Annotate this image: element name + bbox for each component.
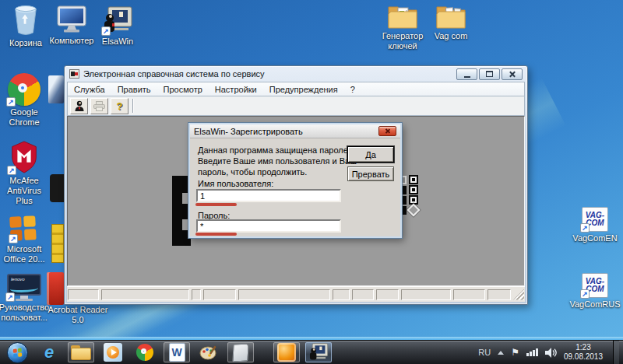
vagcom-icon: VAG- COM ↗ xyxy=(582,207,608,232)
status-segment xyxy=(453,289,486,300)
desktop-icon-elsawin[interactable]: ↗ ElsaWin xyxy=(93,6,143,47)
status-bar xyxy=(67,286,525,302)
print-button[interactable] xyxy=(90,98,108,114)
desktop: Корзина Компьютер xyxy=(0,0,623,364)
window-icon xyxy=(69,69,79,79)
minimize-icon xyxy=(464,76,470,78)
desktop-icon-chrome[interactable]: ↗ Google Chrome xyxy=(0,73,48,128)
cancel-button[interactable]: Прервать xyxy=(347,166,394,181)
media-player-icon xyxy=(104,343,122,362)
elsawin-icon: ↗ xyxy=(103,6,132,35)
acrobat-icon-fragment xyxy=(47,272,64,305)
status-segment xyxy=(401,289,451,300)
window-titlebar[interactable]: Электронная справочная система по сервис… xyxy=(67,66,525,82)
menu-item-warnings[interactable]: Предупреждения xyxy=(263,85,344,94)
close-icon xyxy=(385,128,390,134)
desktop-icon-label: Vag com xyxy=(435,31,468,41)
dialog-message: Данная программа защищена паролем. xyxy=(198,145,356,156)
resize-grip[interactable] xyxy=(513,289,524,300)
desktop-icon-label: ElsaWin xyxy=(102,37,133,47)
taskbar-item-explorer[interactable] xyxy=(68,342,94,362)
computer-icon xyxy=(55,5,88,34)
status-segment xyxy=(238,289,329,300)
recycle-bin-icon xyxy=(12,4,39,37)
yes-button[interactable]: Да xyxy=(347,146,394,163)
desktop-icon-vagcom-en[interactable]: VAG- COM ↗ VagComEN xyxy=(569,207,621,243)
menu-item-service[interactable]: Служба xyxy=(68,85,111,94)
desktop-icon-acrobat[interactable]: Acrobat Reader 5.0 xyxy=(45,305,111,325)
status-segment xyxy=(203,289,237,300)
menu-item-settings[interactable]: Настройки xyxy=(209,85,263,94)
status-segment xyxy=(487,289,511,300)
folder-icon xyxy=(435,3,466,30)
clock-date: 09.08.2013 xyxy=(564,352,603,362)
logo-square xyxy=(409,185,418,194)
username-label: Имя пользователя: xyxy=(198,179,273,188)
desktop-icon-label: Компьютер xyxy=(50,36,94,46)
taskbar-item-chrome[interactable] xyxy=(132,342,158,362)
password-input[interactable] xyxy=(196,219,341,233)
paint-icon xyxy=(199,344,218,361)
menu-item-help[interactable]: ? xyxy=(344,85,361,94)
toolbar: ? xyxy=(67,96,525,116)
menu-item-view[interactable]: Просмотр xyxy=(157,85,209,94)
shortcut-arrow-icon: ↗ xyxy=(101,26,111,36)
logon-button[interactable] xyxy=(70,98,88,114)
explorer-folder-icon xyxy=(71,345,91,360)
clock[interactable]: 1:23 09.08.2013 xyxy=(564,343,603,362)
desktop-icon-computer[interactable]: Компьютер xyxy=(44,5,100,46)
desktop-icon-keygen-folder[interactable]: Генератор ключей xyxy=(375,3,430,51)
desktop-icon-lenovo-guide[interactable]: lenovo ↗ Руководство пользоват... xyxy=(0,274,48,323)
elsawin-icon xyxy=(308,343,329,362)
start-orb-icon xyxy=(7,342,28,363)
maximize-icon xyxy=(486,71,493,77)
username-input[interactable] xyxy=(196,189,341,202)
start-button[interactable] xyxy=(4,342,30,362)
desktop-icon-label: VagComRUS xyxy=(569,299,620,310)
taskbar-item-installer[interactable] xyxy=(273,342,300,362)
shortcut-arrow-icon: ↗ xyxy=(5,292,15,302)
taskbar-item-ie[interactable]: e xyxy=(36,342,62,362)
help-icon: ? xyxy=(117,100,123,112)
action-center-flag-icon[interactable]: ⚑ xyxy=(511,347,519,358)
desktop-icon-label: McAfee AntiVirus Plus xyxy=(0,176,48,206)
hidden-desktop-icon-fragment xyxy=(50,174,64,202)
help-button[interactable]: ? xyxy=(111,98,128,114)
maximize-button[interactable] xyxy=(479,68,500,80)
clock-time: 1:23 xyxy=(564,343,603,352)
desktop-icon-label: Генератор ключей xyxy=(375,31,430,51)
vagcom-icon: VAG- COM ↗ xyxy=(582,273,608,298)
toolbar-separator xyxy=(132,99,134,113)
word-icon: W xyxy=(169,343,185,362)
show-desktop-button[interactable] xyxy=(613,341,619,364)
taskbar-item-paint[interactable] xyxy=(195,342,222,362)
taskbar-item-wmp[interactable] xyxy=(100,342,126,362)
shortcut-arrow-icon: ↗ xyxy=(9,234,18,243)
menu-item-edit[interactable]: Править xyxy=(111,85,157,94)
shortcut-arrow-icon: ↗ xyxy=(580,289,590,299)
status-segment xyxy=(333,289,350,300)
language-indicator[interactable]: RU xyxy=(478,348,491,357)
network-icon[interactable] xyxy=(526,348,538,356)
office-icon: ↗ xyxy=(10,216,38,243)
desktop-icon-mcafee[interactable]: ↗ McAfee AntiVirus Plus xyxy=(0,140,48,206)
status-segment xyxy=(101,289,189,300)
desktop-icon-office[interactable]: ↗ Microsoft Office 20... xyxy=(0,216,48,264)
logon-person-icon xyxy=(74,100,85,112)
desktop-icon-vagcom-folder[interactable]: Vag com xyxy=(426,3,476,41)
chrome-icon: ↗ xyxy=(8,73,40,106)
dialog-titlebar[interactable]: ElsaWin- Зарегистрировать xyxy=(190,124,400,138)
minimize-button[interactable] xyxy=(456,68,477,80)
desktop-icon-label: Google Chrome xyxy=(0,107,48,128)
taskbar-item-notepad[interactable] xyxy=(227,342,254,362)
desktop-icon-label: Корзина xyxy=(9,38,42,48)
volume-icon[interactable] xyxy=(545,348,557,358)
desktop-icon-label: Acrobat Reader 5.0 xyxy=(45,305,111,325)
dialog-close-button[interactable] xyxy=(378,126,396,136)
taskbar: e W xyxy=(0,340,623,364)
desktop-icon-vagcom-rus[interactable]: VAG- COM ↗ VagComRUS xyxy=(569,273,621,310)
taskbar-item-word[interactable]: W xyxy=(164,342,190,362)
tray-expand-arrow-icon[interactable] xyxy=(498,351,504,355)
close-button[interactable] xyxy=(502,68,523,80)
taskbar-item-elsawin[interactable] xyxy=(305,342,332,362)
